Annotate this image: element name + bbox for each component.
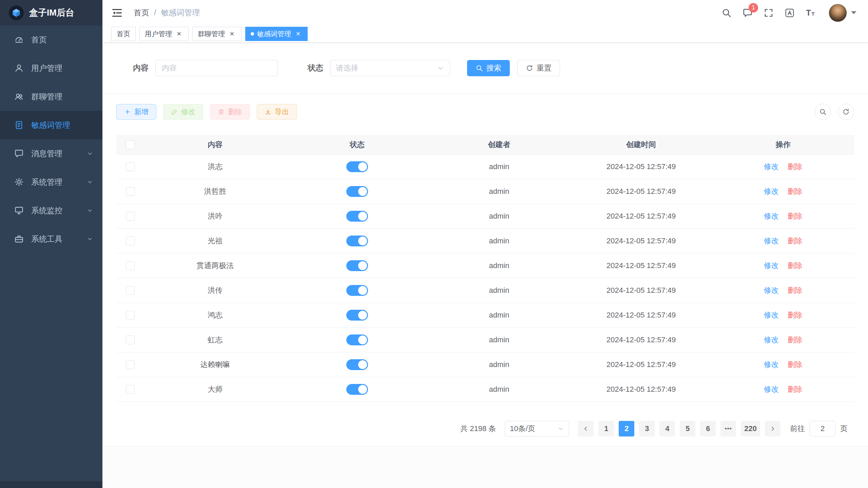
cell-creator: admin: [428, 237, 570, 245]
row-edit-link[interactable]: 修改: [764, 384, 779, 394]
row-edit-link[interactable]: 修改: [764, 162, 779, 172]
pager-prev-button[interactable]: [578, 421, 594, 436]
edit-button[interactable]: 修改: [163, 104, 203, 120]
row-checkbox[interactable]: [126, 385, 135, 394]
row-delete-link[interactable]: 删除: [788, 335, 803, 345]
row-edit-link[interactable]: 修改: [764, 310, 779, 320]
select-all-checkbox[interactable]: [126, 140, 135, 149]
tab-close-icon[interactable]: ×: [228, 30, 236, 38]
show-search-toggle-button[interactable]: [815, 104, 831, 120]
row-delete-link[interactable]: 删除: [788, 384, 803, 394]
cell-creator: admin: [428, 261, 570, 270]
chevron-down-icon: [86, 150, 94, 157]
status-toggle[interactable]: [346, 260, 368, 271]
trash-icon: [218, 108, 225, 115]
status-toggle[interactable]: [346, 236, 368, 246]
row-edit-link[interactable]: 修改: [764, 236, 779, 246]
tab-close-icon[interactable]: ×: [175, 30, 183, 38]
sidebar-footer: [0, 481, 102, 488]
row-delete-link[interactable]: 删除: [788, 236, 803, 246]
row-edit-link[interactable]: 修改: [764, 186, 779, 197]
status-toggle[interactable]: [346, 285, 368, 296]
row-checkbox[interactable]: [126, 212, 135, 221]
cell-creator: admin: [428, 286, 570, 295]
tab-home[interactable]: 首页: [111, 27, 136, 41]
reset-button[interactable]: 重置: [517, 60, 560, 76]
language-icon[interactable]: [785, 8, 795, 18]
status-filter-select[interactable]: 请选择: [330, 60, 450, 76]
tab-sensitive-words[interactable]: 敏感词管理×: [245, 27, 308, 41]
sidebar-item-label: 敏感词管理: [31, 120, 94, 130]
chevron-down-icon: [86, 235, 94, 243]
sidebar-item-label: 用户管理: [31, 63, 94, 74]
sidebar-item-home[interactable]: 首页: [0, 25, 102, 54]
pager-next-button[interactable]: [765, 421, 780, 436]
refresh-table-button[interactable]: [838, 104, 854, 120]
cell-created-at: 2024-12-05 12:57:49: [570, 237, 712, 245]
sidebar-item-system-mgmt[interactable]: 系统管理: [0, 168, 102, 196]
message-icon[interactable]: 1: [742, 8, 753, 18]
pager-page-220[interactable]: 220: [741, 421, 760, 436]
add-button[interactable]: 新增: [116, 104, 156, 120]
search-button[interactable]: 搜索: [467, 60, 510, 76]
goto-page-input[interactable]: [810, 421, 835, 436]
page-size-select[interactable]: 10条/页: [505, 421, 569, 436]
content-filter-input[interactable]: [155, 60, 278, 76]
row-edit-link[interactable]: 修改: [764, 360, 779, 370]
row-edit-link[interactable]: 修改: [764, 261, 779, 271]
sidebar-item-sensitive-words[interactable]: 敏感词管理: [0, 111, 102, 139]
tab-close-icon[interactable]: ×: [294, 30, 302, 38]
tab-group-mgmt[interactable]: 群聊管理×: [192, 27, 242, 41]
sidebar-item-system-monitor[interactable]: 系统监控: [0, 196, 102, 225]
status-toggle[interactable]: [346, 211, 368, 222]
row-checkbox[interactable]: [126, 286, 135, 295]
status-toggle[interactable]: [346, 161, 368, 172]
row-delete-link[interactable]: 删除: [788, 162, 803, 172]
pager-page-6[interactable]: 6: [700, 421, 716, 436]
row-delete-link[interactable]: 删除: [788, 360, 803, 370]
row-checkbox[interactable]: [126, 360, 135, 369]
row-checkbox[interactable]: [126, 336, 135, 344]
row-checkbox[interactable]: [126, 261, 135, 270]
sidebar-item-group-mgmt[interactable]: 群聊管理: [0, 82, 102, 111]
sidebar-item-message-mgmt[interactable]: 消息管理: [0, 139, 102, 168]
monitor-icon: [14, 206, 24, 215]
pager-page-1[interactable]: 1: [598, 421, 614, 436]
row-delete-link[interactable]: 删除: [788, 285, 803, 296]
row-checkbox[interactable]: [126, 311, 135, 320]
row-edit-link[interactable]: 修改: [764, 335, 779, 345]
tab-user-mgmt[interactable]: 用户管理×: [139, 27, 189, 41]
fullscreen-icon[interactable]: [764, 8, 774, 18]
pager-page-5[interactable]: 5: [680, 421, 695, 436]
status-toggle[interactable]: [346, 186, 368, 197]
status-toggle[interactable]: [346, 384, 368, 395]
row-delete-link[interactable]: 删除: [788, 211, 803, 221]
pager-page-4[interactable]: 4: [659, 421, 675, 436]
goto-suffix: 页: [840, 424, 848, 434]
user-menu[interactable]: [829, 4, 856, 22]
row-checkbox[interactable]: [126, 187, 135, 196]
pager-page-2[interactable]: 2: [619, 421, 634, 436]
row-delete-link[interactable]: 删除: [788, 310, 803, 320]
font-size-icon[interactable]: TT: [806, 8, 816, 18]
sidebar-collapse-icon[interactable]: [111, 7, 123, 19]
pager-more-button[interactable]: •••: [720, 421, 736, 436]
pager-page-3[interactable]: 3: [639, 421, 655, 436]
row-delete-link[interactable]: 删除: [788, 186, 803, 197]
status-toggle[interactable]: [346, 359, 368, 370]
status-toggle[interactable]: [346, 310, 368, 321]
status-toggle[interactable]: [346, 334, 368, 345]
sidebar-item-user-mgmt[interactable]: 用户管理: [0, 54, 102, 82]
export-button[interactable]: 导出: [257, 104, 297, 120]
search-icon[interactable]: [721, 8, 732, 18]
sidebar-item-system-tools[interactable]: 系统工具: [0, 225, 102, 253]
row-checkbox[interactable]: [126, 237, 135, 245]
row-delete-link[interactable]: 删除: [788, 261, 803, 271]
breadcrumb-home[interactable]: 首页: [134, 7, 149, 18]
delete-button[interactable]: 删除: [210, 104, 250, 120]
row-edit-link[interactable]: 修改: [764, 285, 779, 296]
row-edit-link[interactable]: 修改: [764, 211, 779, 221]
avatar[interactable]: [829, 4, 847, 22]
sidebar-item-label: 首页: [31, 35, 94, 45]
row-checkbox[interactable]: [126, 162, 135, 171]
